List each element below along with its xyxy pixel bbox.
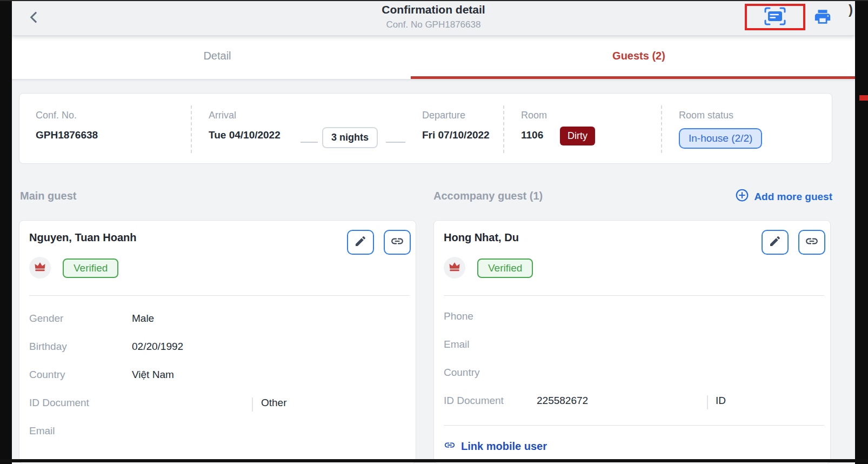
departure-label: Departure — [422, 110, 465, 121]
verified-badge: Verified — [63, 258, 118, 278]
page-title: Confirmation detail — [12, 3, 855, 16]
tab-detail[interactable]: Detail — [12, 35, 423, 76]
annotation-highlight-box — [745, 4, 805, 30]
conf-no-label: Conf. No. — [36, 110, 77, 121]
red-edge-artifact — [859, 95, 868, 101]
frame-left-border — [0, 0, 12, 464]
id-document-type: ID — [716, 395, 726, 407]
scan-id-button[interactable] — [763, 6, 787, 29]
active-tab-underline — [411, 76, 855, 79]
main-guest-card: Nguyen, Tuan Hoanh Verified Gender — [19, 220, 416, 464]
print-button[interactable] — [812, 7, 833, 29]
crown-icon — [34, 261, 46, 274]
field-label: Email — [29, 425, 55, 437]
edit-guest-button[interactable] — [762, 230, 789, 255]
field-row-id-document: ID Document 225582672 ID — [444, 395, 822, 410]
accompany-guest-card: Hong Nhat, Du Verified Phone — [433, 220, 831, 464]
divider — [661, 105, 662, 153]
divider — [707, 395, 708, 409]
field-value: Việt Nam — [132, 369, 174, 381]
link-mobile-user-button[interactable]: Link mobile user — [444, 439, 547, 454]
field-row: Phone — [444, 310, 822, 326]
room-dirty-badge: Dirty — [560, 127, 595, 145]
field-label: ID Document — [444, 395, 504, 407]
guest-name: Nguyen, Tuan Hoanh — [29, 231, 137, 244]
field-value: 225582672 — [537, 395, 588, 407]
main-guest-section-title: Main guest — [20, 190, 76, 202]
field-label: Birthday — [29, 341, 67, 353]
tab-guests[interactable]: Guests (2) — [423, 35, 855, 76]
field-label: Email — [444, 339, 470, 350]
printer-icon — [813, 8, 832, 28]
room-status-label: Room status — [679, 110, 733, 121]
field-label: ID Document — [29, 397, 89, 409]
arrival-label: Arrival — [209, 110, 236, 121]
app-screen: Confirmation detail Conf. No GPH1876638 — [12, 0, 855, 464]
guest-name: Hong Nhat, Du — [444, 231, 519, 244]
link-icon — [805, 234, 819, 250]
id-document-type: Other — [261, 397, 287, 409]
accompany-guest-crown-badge — [444, 257, 465, 279]
divider — [252, 397, 253, 412]
divider — [29, 295, 410, 296]
field-label: Phone — [444, 310, 473, 322]
verified-badge: Verified — [477, 258, 533, 278]
tab-bar: Detail Guests (2) — [12, 35, 855, 79]
link-icon — [390, 234, 404, 250]
field-label: Country — [444, 367, 480, 379]
page-subtitle: Conf. No GPH1876638 — [12, 19, 855, 30]
field-row: Email — [444, 339, 822, 354]
nights-badge: 3 nights — [322, 127, 378, 148]
header-bar: Confirmation detail Conf. No GPH1876638 — [12, 0, 855, 35]
field-label: Country — [29, 369, 65, 381]
frame-bottom-border — [0, 459, 868, 462]
timeline-connector — [301, 142, 318, 143]
card-scan-icon — [763, 6, 787, 29]
frame-right-border — [855, 0, 868, 464]
link-mobile-user-label: Link mobile user — [461, 440, 547, 453]
link-guest-button[interactable] — [798, 230, 825, 255]
field-value: 02/20/1992 — [132, 341, 183, 353]
plus-circle-icon — [735, 188, 749, 205]
crown-icon — [449, 261, 460, 274]
link-guest-button[interactable] — [384, 230, 411, 255]
divider — [444, 295, 824, 296]
clipped-edge-glyph: ) — [849, 2, 853, 17]
field-label: Gender — [29, 313, 63, 324]
divider — [444, 425, 824, 426]
field-row: Country Việt Nam — [29, 369, 408, 384]
field-row: Email — [29, 425, 408, 440]
field-value: Male — [132, 313, 154, 324]
field-row: Birthday 02/20/1992 — [29, 341, 408, 356]
departure-value: Fri 07/10/2022 — [422, 129, 490, 141]
add-more-guest-button[interactable]: Add more guest — [724, 188, 832, 205]
reservation-summary-bar: Conf. No. GPH1876638 Arrival Tue 04/10/2… — [19, 93, 832, 164]
room-label: Room — [521, 110, 547, 121]
in-house-status-chip[interactable]: In-house (2/2) — [679, 128, 762, 149]
pencil-icon — [354, 235, 367, 250]
field-row: Country — [444, 367, 822, 382]
divider — [503, 105, 504, 153]
arrival-value: Tue 04/10/2022 — [209, 129, 281, 141]
frame-top-border — [0, 0, 868, 1]
main-guest-crown-badge — [29, 257, 51, 279]
link-icon — [444, 439, 456, 454]
edit-guest-button[interactable] — [347, 230, 374, 255]
field-row: Gender Male — [29, 313, 408, 328]
divider — [191, 105, 192, 153]
screenshot-frame: Confirmation detail Conf. No GPH1876638 — [0, 0, 868, 464]
pencil-icon — [769, 235, 782, 250]
timeline-connector — [386, 142, 405, 143]
conf-no-value: GPH1876638 — [36, 129, 98, 141]
accompany-guest-section-title: Accompany guest (1) — [433, 190, 543, 202]
room-number: 1106 — [521, 129, 543, 141]
add-more-guest-label: Add more guest — [754, 191, 832, 203]
field-row-id-document: ID Document Other — [29, 397, 408, 412]
